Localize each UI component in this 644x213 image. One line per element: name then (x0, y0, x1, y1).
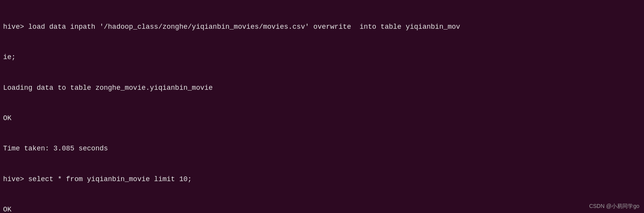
terminal-line-7: OK (3, 204, 641, 213)
terminal-window: hive> load data inpath '/hadoop_class/zo… (0, 0, 644, 213)
terminal-line-3: Loading data to table zonghe_movie.yiqia… (3, 83, 641, 93)
terminal-line-6: hive> select * from yiqianbin_movie limi… (3, 174, 641, 184)
terminal-line-4: OK (3, 113, 641, 123)
terminal-line-5: Time taken: 3.085 seconds (3, 143, 641, 154)
watermark-text: CSDN @小易同学go (589, 203, 639, 210)
terminal-line-2: ie; (3, 52, 641, 62)
terminal-line-1: hive> load data inpath '/hadoop_class/zo… (3, 22, 641, 32)
